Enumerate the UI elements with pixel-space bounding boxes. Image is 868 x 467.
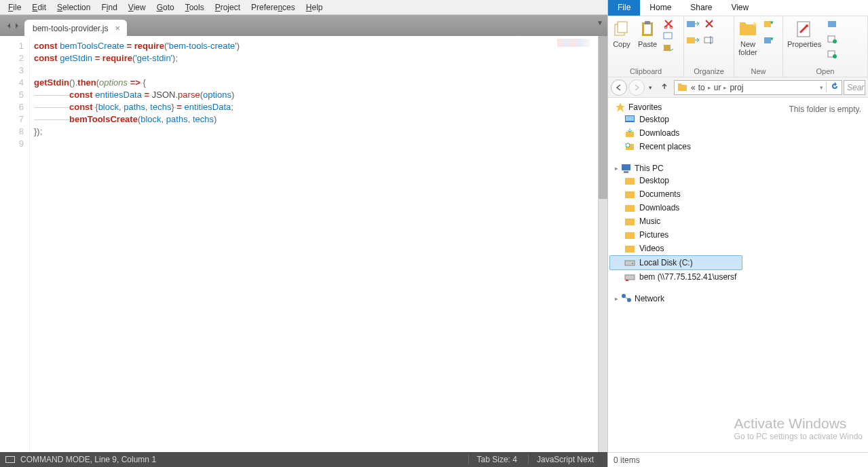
explorer-body: Favorites Desktop Downloads Recent place… [608,98,868,452]
copy-button[interactable]: Copy [611,18,633,50]
menu-preferences[interactable]: Preferences [246,1,301,14]
nav-desktop[interactable]: Desktop [609,113,742,126]
properties-button[interactable]: Properties [786,18,823,50]
nav-downloads[interactable]: Downloads [609,126,742,140]
scrollbar[interactable] [598,36,607,452]
svg-rect-7 [664,33,672,39]
moveto-icon[interactable] [687,18,699,29]
nav-pc-downloads[interactable]: Downloads [609,201,742,214]
addr-dropdown-icon[interactable]: ▾ [820,84,823,91]
nav-up-button[interactable] [656,82,673,92]
edit-icon[interactable] [827,33,839,44]
menu-goto[interactable]: Goto [151,1,180,14]
nav-pc-pictures[interactable]: Pictures [609,228,742,242]
address-bar: ▾ « to▸ ur▸ proj ▾ Sear [608,77,868,98]
refresh-button[interactable] [826,82,839,92]
status-syntax[interactable]: JavaScript Next [528,455,602,464]
delete-icon[interactable] [703,18,715,29]
nav-pc-localdisk[interactable]: Local Disk (C:) [609,255,742,270]
properties-icon [795,20,814,39]
nav-pc-bem[interactable]: bem (\\77.75.152.41\usersf [609,270,742,284]
newitem-icon[interactable]: ▾ [763,18,775,29]
open-icon[interactable] [827,18,839,29]
arrow-right-icon [633,83,641,92]
folder-icon [624,229,635,240]
copyto-icon[interactable] [687,35,699,45]
svg-point-21 [833,39,837,43]
menu-view[interactable]: View [123,1,151,14]
menu-tools[interactable]: Tools [180,1,210,14]
copypath-icon[interactable] [662,31,675,41]
nav-pc-music[interactable]: Music [609,214,742,228]
svg-rect-33 [625,205,635,212]
nav-fwd-button[interactable] [628,79,645,96]
history-icon[interactable] [827,48,839,59]
paste-shortcut-icon[interactable] [662,43,675,54]
folder-icon [624,243,635,254]
nav-pc-videos[interactable]: Videos [609,242,742,255]
svg-rect-35 [625,232,635,239]
content-pane[interactable]: This folder is empty. [744,98,868,452]
menu-project[interactable]: Project [210,1,246,14]
cut-icon[interactable] [662,18,675,29]
rename-icon[interactable] [703,35,715,45]
scrollbar-thumb[interactable] [599,36,607,199]
empty-text: This folder is empty. [789,105,861,114]
folder-icon [624,175,635,186]
nav-back-button[interactable] [611,79,627,96]
tab-back-icon[interactable] [5,22,12,29]
easyaccess-icon[interactable]: ▾ [763,35,775,45]
menu-find[interactable]: Find [96,1,122,14]
drive-icon [624,257,635,268]
tab-title: bem-tools-provider.js [33,24,108,33]
ribbon-tab-view[interactable]: View [721,0,758,16]
menu-help[interactable]: Help [301,1,328,14]
status-tabsize[interactable]: Tab Size: 4 [468,455,525,464]
menu-edit[interactable]: Edit [26,1,52,14]
ribbon-tab-share[interactable]: Share [681,0,721,16]
download-icon [624,128,635,138]
nav-recent[interactable]: Recent places [609,140,742,153]
svg-text:▾: ▾ [770,19,774,26]
svg-rect-30 [624,171,628,173]
svg-rect-10 [687,37,695,43]
gutter: 1 2 3 4 5 6 7 8 9 [0,36,30,452]
folder-icon [624,202,635,213]
editor-tabbar: bem-tools-provider.js × ▼ [0,15,607,36]
nav-favorites[interactable]: Favorites [609,102,742,113]
paste-button[interactable]: Paste [637,18,658,50]
tab-file[interactable]: bem-tools-provider.js × [24,20,127,36]
search-box[interactable]: Sear [844,80,865,95]
explorer-statusbar: 0 items [608,452,868,467]
code-text[interactable]: const·bemToolsCreate·=·require('bem-tool… [30,36,598,452]
menu-file[interactable]: File [3,1,26,14]
ribbon-tab-home[interactable]: Home [640,0,681,16]
address-box[interactable]: « to▸ ur▸ proj ▾ [674,80,842,95]
svg-rect-37 [625,261,635,265]
netdrive-icon [624,272,635,282]
minimap[interactable] [557,39,590,47]
ribbon-tabs: File Home Share View [608,0,868,16]
svg-rect-9 [687,21,695,27]
newfolder-button[interactable]: New folder [737,18,759,58]
desktop-icon [624,114,635,125]
network-icon [621,293,632,304]
tab-fwd-icon[interactable] [14,22,20,29]
ribbon-tab-file[interactable]: File [608,0,640,16]
svg-rect-1 [618,22,627,33]
copy-icon [612,20,631,39]
nav-pc-documents[interactable]: Documents [609,187,742,201]
svg-rect-3 [644,24,651,34]
menu-selection[interactable]: Selection [52,1,96,14]
svg-point-18 [806,24,808,27]
nav-pc-desktop[interactable]: Desktop [609,174,742,187]
status-icon[interactable] [5,456,15,463]
svg-rect-19 [828,21,836,27]
nav-network[interactable]: ▸ Network [609,293,742,304]
tab-close-icon[interactable]: × [115,23,120,33]
code-area: 1 2 3 4 5 6 7 8 9 const·bemToolsCreate·=… [0,36,607,452]
nav-thispc[interactable]: ▸ This PC [609,163,742,174]
tabbar-menu-icon[interactable]: ▼ [597,19,603,26]
nav-dropdown-icon[interactable]: ▾ [646,84,655,91]
star-icon [615,102,626,113]
